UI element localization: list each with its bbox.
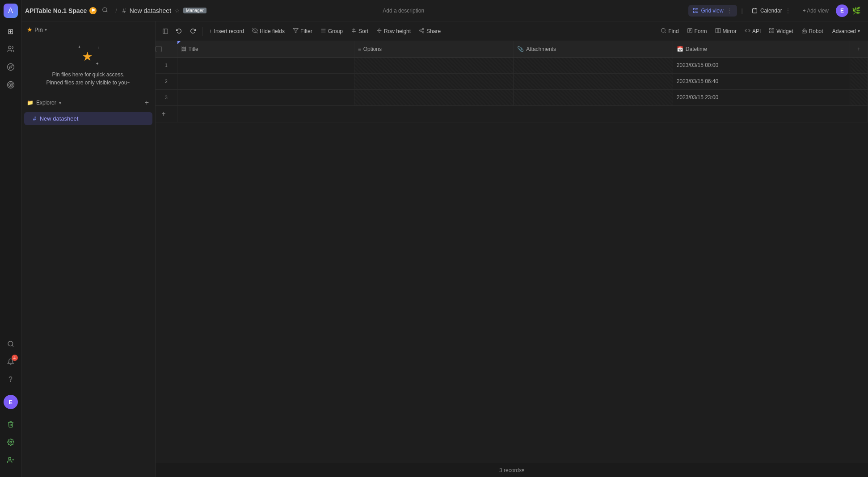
user-avatar-top[interactable]: E [836,4,848,17]
main-area: APITable No.1 Space ⚑ / # New datasheet … [21,0,868,477]
insert-record-button[interactable]: + Insert record [205,25,248,37]
attachments-col-label: Attachments [526,46,556,52]
plus-tr: + [97,46,100,50]
calendar-menu-icon[interactable]: ⋮ [785,7,791,14]
svg-rect-17 [696,11,698,13]
record-count[interactable]: 3 records▾ [499,467,524,473]
group-button[interactable]: Group [317,25,346,37]
row-height-button[interactable]: Row height [373,25,414,37]
advanced-button[interactable]: Advanced ▾ [828,26,864,37]
datetime-cell-1[interactable]: 2023/03/15 00:00 [673,57,850,73]
grid-view-tab[interactable]: Grid view ⋮ [688,5,737,17]
add-view-button[interactable]: + Add view [799,6,832,16]
nav-target[interactable] [3,77,19,93]
grid-view-menu-icon[interactable]: ⋮ [726,7,733,14]
pin-text: Pin [34,26,43,33]
mirror-label: Mirror [723,28,737,34]
user-avatar-left[interactable]: E [4,395,18,409]
hide-fields-label: Hide fields [260,28,285,34]
space-name-text: APITable No.1 Space [25,7,87,14]
options-cell-1[interactable] [354,57,514,73]
leaf-icon[interactable]: 🌿 [850,4,863,17]
sort-button[interactable]: Sort [347,25,372,37]
widget-label: Widget [776,28,793,34]
svg-rect-45 [718,28,721,33]
api-button[interactable]: API [741,25,764,37]
app-logo[interactable]: A [4,4,18,18]
trash-icon[interactable] [3,416,19,432]
svg-rect-15 [696,8,698,10]
nav-explore[interactable] [3,59,19,75]
add-row-spacer [177,105,868,122]
collapse-sidebar-button[interactable] [159,25,172,38]
svg-point-4 [8,83,13,87]
svg-point-9 [8,457,11,460]
hide-fields-button[interactable]: Hide fields [249,25,288,37]
filter-icon [293,28,299,35]
options-cell-2[interactable] [354,73,514,89]
options-cell-3[interactable] [354,89,514,105]
explorer-header[interactable]: 📁 Explorer ▾ + [21,94,155,111]
toolbar: + Insert record Hide fields [156,21,868,41]
sidebar-header: ★ Pin ▾ [21,21,155,38]
top-search-icon[interactable] [100,5,110,16]
sheet-icon: # [122,7,126,14]
add-user-icon[interactable] [3,452,19,468]
options-col-label: Options [363,46,382,52]
row-height-label: Row height [384,28,411,34]
space-name[interactable]: APITable No.1 Space ⚑ [25,7,97,14]
share-label: Share [426,28,441,34]
search-icon[interactable] [3,336,19,352]
redo-button[interactable] [186,26,199,36]
pin-label[interactable]: ★ Pin ▾ [27,26,47,33]
select-all-checkbox[interactable] [156,46,162,52]
help-icon[interactable]: ? [3,372,19,388]
title-cell-3[interactable] [177,89,354,105]
nav-home[interactable]: ⊞ [3,23,19,39]
share-icon [419,28,425,35]
attachments-cell-3[interactable] [514,89,673,105]
left-nav: A ⊞ 4 ? E [0,0,21,477]
svg-rect-46 [770,28,771,30]
folder-icon: 📁 [27,100,34,106]
body-area: ★ Pin ▾ + ★ + + Pin files here for quick… [21,21,868,477]
undo-button[interactable] [173,26,185,36]
datasheet-item[interactable]: # New datasheet [24,112,152,125]
description-link[interactable]: Add a description [383,8,424,14]
widget-button[interactable]: Widget [765,25,796,37]
datetime-cell-2[interactable]: 2023/03/15 06:40 [673,73,850,89]
grid-scroll[interactable]: 🖼 Title ≡ Options [156,41,868,463]
explorer-add-icon[interactable]: + [144,98,150,108]
settings-icon[interactable] [3,434,19,450]
share-button[interactable]: Share [415,25,444,37]
attachments-cell-2[interactable] [514,73,673,89]
nav-people[interactable] [3,41,19,57]
grid-table: 🖼 Title ≡ Options [156,41,868,122]
sheet-name[interactable]: New datasheet [130,7,171,14]
robot-button[interactable]: Robot [798,25,827,37]
find-button[interactable]: Find [657,25,682,37]
mirror-button[interactable]: Mirror [712,25,740,37]
pin-chevron-icon[interactable]: ▾ [45,27,47,32]
breadcrumb-sep: / [115,7,117,14]
notification-icon-wrap[interactable]: 4 [3,354,19,370]
record-count-text: 3 records▾ [499,467,524,473]
filter-label: Filter [300,28,312,34]
datetime-cell-3[interactable]: 2023/03/15 23:00 [673,89,850,105]
svg-point-34 [420,29,421,31]
add-row-button[interactable]: + [156,106,172,122]
sort-icon [351,28,357,35]
add-row-row: + [156,105,868,122]
add-column-button[interactable]: + [850,41,868,57]
attachments-cell-1[interactable] [514,57,673,73]
options-col-icon: ≡ [358,46,361,52]
form-button[interactable]: Form [683,25,711,37]
filter-button[interactable]: Filter [289,25,316,37]
form-icon [687,28,693,35]
calendar-tab[interactable]: Calendar ⋮ [747,5,796,17]
pin-hint-line1: Pin files here for quick access. [52,71,124,79]
svg-line-39 [665,32,666,33]
title-cell-1[interactable] [177,57,354,73]
title-cell-2[interactable] [177,73,354,89]
sheet-star-icon[interactable]: ☆ [175,8,180,14]
